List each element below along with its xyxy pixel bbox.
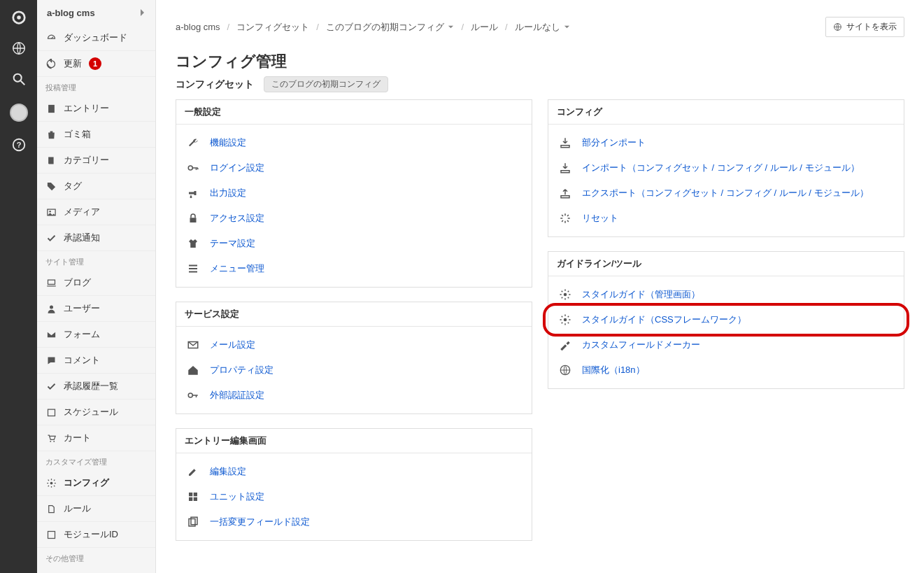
key-icon [186, 388, 200, 402]
link[interactable]: アクセス設定 [210, 212, 264, 225]
sidebar-brand[interactable]: a-blog cms [37, 0, 155, 25]
dashboard-label: ダッシュボード [64, 31, 127, 44]
cart-icon [45, 432, 57, 444]
sidebar-item-rule[interactable]: ルール [37, 496, 155, 522]
link[interactable]: 一括変更フィールド設定 [210, 516, 310, 528]
row-export[interactable]: エクスポート（コンフィグセット / コンフィグ / ルール / モジュール） [548, 181, 904, 206]
row-styleguide-css[interactable]: スタイルガイド（CSSフレームワーク） [548, 307, 904, 332]
sidebar-item-trash[interactable]: ゴミ箱 [37, 122, 155, 148]
crumb-1[interactable]: a-blog cms [176, 22, 220, 32]
sidebar-section-customize: カスタマイズ管理 [37, 451, 155, 470]
link[interactable]: テーマ設定 [210, 237, 255, 250]
chevron-right-icon [140, 8, 145, 17]
hammer-icon [558, 338, 572, 352]
sidebar-item-config[interactable]: コンフィグ [37, 470, 155, 496]
row-property[interactable]: プロパティ設定 [176, 358, 532, 383]
svg-rect-8 [48, 104, 55, 112]
download-icon [558, 161, 572, 175]
crumb-2[interactable]: コンフィグセット [236, 21, 309, 34]
sidebar-item-moduleid[interactable]: モジュールID [37, 522, 155, 548]
crumb-5[interactable]: ルールなし [515, 21, 571, 34]
mail-icon [186, 338, 200, 352]
sidebar-item-approve-list[interactable]: 承認履歴一覧 [37, 374, 155, 399]
svg-line-36 [567, 215, 569, 216]
rule-icon [45, 503, 57, 514]
row-oauth[interactable]: 外部認証設定 [176, 383, 532, 408]
gear-icon [45, 477, 57, 488]
row-batchfield[interactable]: 一括変更フィールド設定 [176, 509, 532, 535]
row-access[interactable]: アクセス設定 [176, 206, 532, 231]
row-partial-import[interactable]: 部分インポート [548, 130, 904, 155]
svg-point-14 [50, 440, 51, 441]
link[interactable]: 出力設定 [210, 187, 246, 199]
link[interactable]: 機能設定 [210, 136, 246, 149]
help-icon[interactable]: ? [11, 137, 27, 153]
breadcrumb: a-blog cms/ コンフィグセット/ このブログの初期コンフィグ / ルー… [176, 21, 570, 34]
crumb-3[interactable]: このブログの初期コンフィグ [326, 21, 455, 34]
sidebar-item-cart[interactable]: カート [37, 425, 155, 451]
search-icon[interactable] [11, 71, 27, 87]
form-label: フォーム [64, 328, 100, 341]
link[interactable]: ユニット設定 [210, 490, 264, 503]
link[interactable]: メール設定 [210, 339, 255, 351]
link[interactable]: インポート（コンフィグセット / コンフィグ / ルール / モジュール） [582, 162, 860, 174]
sidebar-item-entry[interactable]: エントリー [37, 96, 155, 122]
sidebar-item-schedule[interactable]: スケジュール [37, 399, 155, 425]
sidebar-item-dashboard[interactable]: ダッシュボード [37, 25, 155, 51]
row-i18n[interactable]: 国際化（i18n） [548, 358, 904, 383]
panel-config: コンフィグ 部分インポート インポート（コンフィグセット / コンフィグ / ル… [548, 99, 904, 237]
view-site-button[interactable]: サイトを表示 [825, 17, 904, 37]
svg-rect-17 [48, 531, 55, 538]
row-output[interactable]: 出力設定 [176, 181, 532, 206]
row-mail[interactable]: メール設定 [176, 332, 532, 358]
link[interactable]: 外部認証設定 [210, 389, 264, 402]
link[interactable]: エクスポート（コンフィグセット / コンフィグ / ルール / モジュール） [582, 187, 869, 199]
link[interactable]: プロパティ設定 [210, 364, 273, 376]
row-unit[interactable]: ユニット設定 [176, 484, 532, 509]
svg-point-12 [50, 305, 53, 309]
tag-label: タグ [64, 180, 82, 192]
sidebar-item-update[interactable]: 更新 1 [37, 51, 155, 77]
svg-point-3 [13, 74, 21, 82]
sidebar-section-site: サイト管理 [37, 251, 155, 270]
sidebar-item-media[interactable]: メディア [37, 199, 155, 225]
sidebar-item-category[interactable]: カテゴリー [37, 148, 155, 174]
link[interactable]: 国際化（i18n） [582, 364, 645, 376]
sub-row: コンフィグセット このブログの初期コンフィグ [176, 76, 904, 92]
sidebar-item-form[interactable]: フォーム [37, 322, 155, 348]
panel-general: 一般設定 機能設定 ログイン設定 出力設定 アクセス設定 テーマ設定 メニュー管… [176, 99, 532, 288]
layers-icon [186, 515, 200, 529]
trash-label: ゴミ箱 [64, 128, 91, 141]
sidebar-item-comment[interactable]: コメント [37, 348, 155, 374]
row-function[interactable]: 機能設定 [176, 130, 532, 155]
svg-rect-23 [189, 493, 192, 496]
link[interactable]: メニュー管理 [210, 262, 264, 275]
brand-label: a-blog cms [47, 8, 95, 18]
row-reset[interactable]: リセット [548, 206, 904, 231]
link[interactable]: カスタムフィールドメーカー [582, 339, 700, 351]
link[interactable]: スタイルガイド（管理画面） [582, 288, 700, 301]
row-menu[interactable]: メニュー管理 [176, 256, 532, 281]
globe-icon[interactable] [11, 41, 27, 56]
calendar-icon [45, 406, 57, 418]
svg-line-34 [567, 220, 569, 222]
row-edit[interactable]: 編集設定 [176, 459, 532, 484]
link[interactable]: 部分インポート [582, 136, 646, 149]
gear-icon [558, 313, 572, 327]
link[interactable]: 編集設定 [210, 465, 246, 478]
logo-icon[interactable] [11, 10, 27, 25]
crumb-4[interactable]: ルール [471, 21, 498, 34]
row-login[interactable]: ログイン設定 [176, 155, 532, 181]
sidebar-item-tag[interactable]: タグ [37, 174, 155, 199]
sidebar-item-user[interactable]: ユーザー [37, 296, 155, 322]
user-avatar[interactable] [10, 104, 28, 122]
sidebar-item-checklist[interactable]: チェックリスト [37, 567, 155, 573]
link[interactable]: スタイルガイド（CSSフレームワーク） [582, 313, 746, 326]
sidebar-item-blog[interactable]: ブログ [37, 270, 155, 296]
link[interactable]: ログイン設定 [210, 162, 264, 174]
link[interactable]: リセット [582, 212, 618, 225]
row-theme[interactable]: テーマ設定 [176, 231, 532, 256]
sidebar-item-approve[interactable]: 承認通知 [37, 225, 155, 251]
row-import[interactable]: インポート（コンフィグセット / コンフィグ / ルール / モジュール） [548, 155, 904, 181]
view-site-label: サイトを表示 [846, 21, 897, 33]
